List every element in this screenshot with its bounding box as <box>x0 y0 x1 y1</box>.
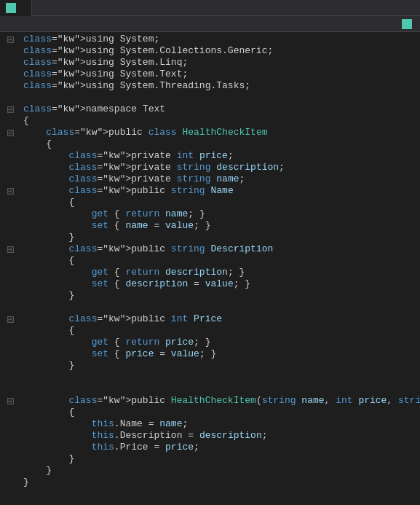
code-line <box>23 302 420 313</box>
code-content: class="kw">using System;class="kw">using… <box>20 32 420 505</box>
collapse-button[interactable]: − <box>7 398 14 404</box>
code-line: class="kw">using System.Collections.Gene… <box>23 45 420 57</box>
collapse-button[interactable]: − <box>7 188 14 195</box>
code-line: this.Description = description; <box>23 430 420 442</box>
code-line: class="kw">public HealthCheckItem(string… <box>23 395 420 407</box>
code-line: } <box>23 360 420 372</box>
code-line: { <box>23 197 420 208</box>
code-line <box>23 372 420 383</box>
code-line: class="kw">using System.Linq; <box>23 57 420 68</box>
code-line: set { description = value; } <box>23 278 420 290</box>
code-line: set { price = value; } <box>23 348 420 360</box>
code-line: { <box>23 138 420 150</box>
code-line: { <box>23 325 420 337</box>
code-line: } <box>23 453 420 465</box>
code-line: class="kw">using System.Threading.Tasks; <box>23 80 420 92</box>
code-line: { <box>23 255 420 267</box>
code-line: class="kw">public int Price <box>23 313 420 325</box>
code-editor: −−−−−−− class="kw">using System;class="k… <box>0 32 420 505</box>
code-line: class="kw">public string Description <box>23 243 420 255</box>
collapse-button[interactable]: − <box>7 130 14 136</box>
code-line: { <box>23 407 420 418</box>
code-line: get { return name; } <box>23 208 420 220</box>
code-line: get { return description; } <box>23 267 420 278</box>
file-tab[interactable] <box>0 0 32 16</box>
collapse-button[interactable]: − <box>7 246 14 253</box>
code-line: this.Name = name; <box>23 418 420 430</box>
code-line: class="kw">private string description; <box>23 162 420 173</box>
title-bar <box>0 0 420 16</box>
collapse-button[interactable]: − <box>7 316 14 323</box>
code-line: class="kw">using System; <box>23 34 420 45</box>
code-line: class="kw">using System.Text; <box>23 68 420 80</box>
code-line: } <box>23 232 420 243</box>
code-line: class="kw">namespace Text <box>23 103 420 115</box>
code-line: class="kw">private int price; <box>23 150 420 162</box>
code-line: class="kw">public string Name <box>23 185 420 197</box>
tab-cs-icon <box>6 3 16 13</box>
breadcrumb-cs-icon <box>402 19 412 29</box>
code-line: { <box>23 115 420 127</box>
code-gutter: −−−−−−− <box>0 32 20 505</box>
collapse-button[interactable]: − <box>7 36 14 43</box>
code-line: this.Price = price; <box>23 442 420 453</box>
code-line: class="kw">private string name; <box>23 173 420 185</box>
code-line: class="kw">public class HealthCheckItem <box>23 127 420 138</box>
code-line <box>23 383 420 395</box>
code-line: } <box>23 477 420 488</box>
code-line: } <box>23 465 420 477</box>
breadcrumb-right <box>402 19 416 29</box>
code-line: } <box>23 290 420 302</box>
breadcrumb-bar <box>0 16 420 32</box>
code-line: get { return price; } <box>23 337 420 348</box>
collapse-button[interactable]: − <box>7 106 14 113</box>
code-line: set { name = value; } <box>23 220 420 232</box>
code-line <box>23 92 420 103</box>
